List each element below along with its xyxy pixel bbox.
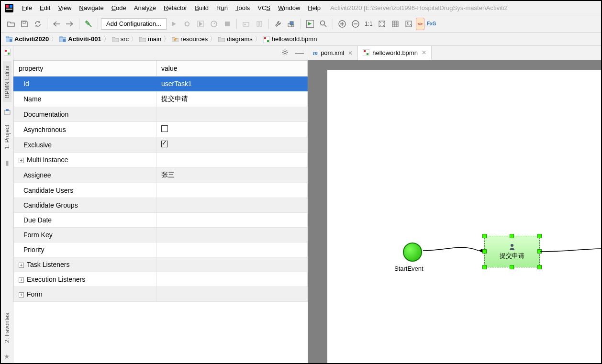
property-row-priority[interactable]: Priority [14, 243, 308, 257]
debug-icon[interactable] [181, 18, 193, 30]
property-value[interactable] [156, 122, 308, 137]
property-value[interactable] [156, 198, 308, 213]
fxg-icon[interactable]: FxG [425, 18, 437, 30]
minimize-icon[interactable]: — [295, 48, 304, 58]
resize-handle[interactable] [482, 249, 487, 254]
menu-navigate[interactable]: Navigate [75, 2, 107, 13]
editor-tab-pom-xml[interactable]: mpom.xml✕ [308, 46, 358, 60]
checkbox[interactable] [161, 125, 168, 132]
bpmn-sequence-flow[interactable] [539, 248, 601, 257]
attach-debugger-icon[interactable] [240, 18, 252, 30]
checkbox[interactable] [161, 141, 168, 147]
menu-analyze[interactable]: Analyze [130, 2, 160, 13]
expand-icon[interactable]: + [19, 277, 24, 283]
property-value[interactable] [156, 153, 308, 167]
breadcrumb-item[interactable]: helloworld.bpmn [263, 35, 317, 43]
property-row-candidate-groups[interactable]: Candidate Groups [14, 198, 308, 213]
run-play-icon[interactable] [167, 18, 180, 30]
gear-icon[interactable] [281, 49, 289, 57]
tab-favorites[interactable]: 2: Favorites [3, 309, 11, 347]
zoom-in-icon[interactable] [336, 18, 348, 30]
code-view-icon[interactable]: <> [416, 18, 425, 30]
open-icon[interactable] [5, 18, 17, 30]
close-icon[interactable]: ✕ [348, 50, 353, 56]
menu-view[interactable]: View [54, 2, 75, 13]
profile-icon[interactable] [208, 18, 220, 30]
breadcrumb-item[interactable]: resources [172, 35, 208, 43]
property-value[interactable]: userTask1 [156, 77, 308, 91]
grid-icon[interactable] [389, 18, 401, 30]
bpmn-start-event[interactable] [403, 243, 422, 262]
property-value[interactable] [156, 107, 308, 122]
project-structure-icon[interactable] [285, 18, 298, 30]
resize-handle[interactable] [510, 265, 514, 269]
bpmn-user-task[interactable]: 提交申请 [484, 236, 540, 267]
property-value[interactable] [156, 183, 308, 198]
zoom-ratio-button[interactable]: 1:1 [363, 18, 375, 30]
property-value[interactable] [156, 213, 308, 228]
property-row-name[interactable]: Name提交申请 [14, 91, 308, 107]
export-image-icon[interactable] [402, 18, 415, 30]
property-value[interactable]: 提交申请 [156, 91, 308, 107]
expand-icon[interactable]: + [19, 158, 24, 163]
breadcrumb-item[interactable]: Activiti-001 [59, 35, 101, 43]
property-value[interactable]: 张三 [156, 167, 308, 183]
menu-code[interactable]: Code [108, 2, 130, 13]
build-hammer-icon[interactable] [82, 18, 95, 30]
expand-icon[interactable]: + [19, 292, 24, 298]
col-header-value[interactable]: value [156, 61, 308, 77]
breadcrumb-item[interactable]: Activiti2020 [6, 35, 49, 43]
breadcrumb-item[interactable]: src [112, 35, 129, 43]
menu-help[interactable]: Help [304, 2, 324, 13]
zoom-out-icon[interactable] [349, 18, 362, 30]
property-row-due-date[interactable]: Due Date [14, 213, 308, 228]
editor-tab-helloworld-bpmn[interactable]: helloworld.bpmn✕ [358, 46, 432, 60]
wrench-settings-icon[interactable] [272, 18, 284, 30]
col-header-property[interactable]: property [14, 61, 156, 77]
menu-run[interactable]: Run [212, 2, 232, 13]
menu-tools[interactable]: Tools [232, 2, 254, 13]
menu-refactor[interactable]: Refactor [160, 2, 191, 13]
property-row-task-listeners[interactable]: +Task Listeners [14, 257, 308, 272]
property-row-form[interactable]: +Form [14, 287, 308, 302]
property-row-execution-listeners[interactable]: +Execution Listeners [14, 272, 308, 287]
breadcrumb-item[interactable]: main [139, 35, 161, 43]
menu-file[interactable]: File [18, 2, 36, 13]
property-row-documentation[interactable]: Documentation [14, 107, 308, 122]
fit-screen-icon[interactable] [376, 18, 388, 30]
resize-handle[interactable] [537, 234, 542, 238]
sync-icon[interactable] [32, 18, 44, 30]
tab-bpmn-editor[interactable]: BPMN Editor [3, 61, 11, 102]
bpmn-canvas[interactable]: StartEvent 提交申请 [327, 70, 601, 363]
property-row-id[interactable]: IduserTask1 [14, 77, 308, 91]
properties-table[interactable]: property value IduserTask1Name提交申请Docume… [13, 60, 308, 363]
property-value[interactable] [156, 137, 308, 153]
property-value[interactable] [156, 287, 308, 302]
resize-handle[interactable] [482, 234, 487, 238]
expand-icon[interactable]: + [19, 263, 24, 268]
save-all-icon[interactable] [18, 18, 31, 30]
coverage-icon[interactable] [194, 18, 207, 30]
property-value[interactable] [156, 228, 308, 243]
breadcrumb-item[interactable]: diagrams [218, 35, 252, 43]
forward-icon[interactable] [64, 18, 76, 30]
back-icon[interactable] [50, 18, 63, 30]
property-row-form-key[interactable]: Form Key [14, 228, 308, 243]
menu-vcs[interactable]: VCS [254, 2, 274, 13]
property-value[interactable] [156, 257, 308, 272]
thread-dump-icon[interactable] [253, 18, 266, 30]
menu-build[interactable]: Build [191, 2, 212, 13]
property-value[interactable] [156, 243, 308, 257]
run-action-icon[interactable] [304, 18, 316, 30]
tab-project[interactable]: 1: Project [3, 121, 11, 153]
resize-handle[interactable] [537, 265, 542, 269]
property-row-asynchronous[interactable]: Asynchronous [14, 122, 308, 137]
close-icon[interactable]: ✕ [422, 49, 426, 56]
menu-edit[interactable]: Edit [36, 2, 54, 13]
stop-icon[interactable] [221, 18, 234, 30]
property-row-multi-instance[interactable]: +Multi Instance [14, 153, 308, 167]
property-row-assignee[interactable]: Assignee张三 [14, 167, 308, 183]
menu-window[interactable]: Window [274, 2, 304, 13]
resize-handle[interactable] [510, 234, 514, 238]
property-value[interactable] [156, 272, 308, 287]
